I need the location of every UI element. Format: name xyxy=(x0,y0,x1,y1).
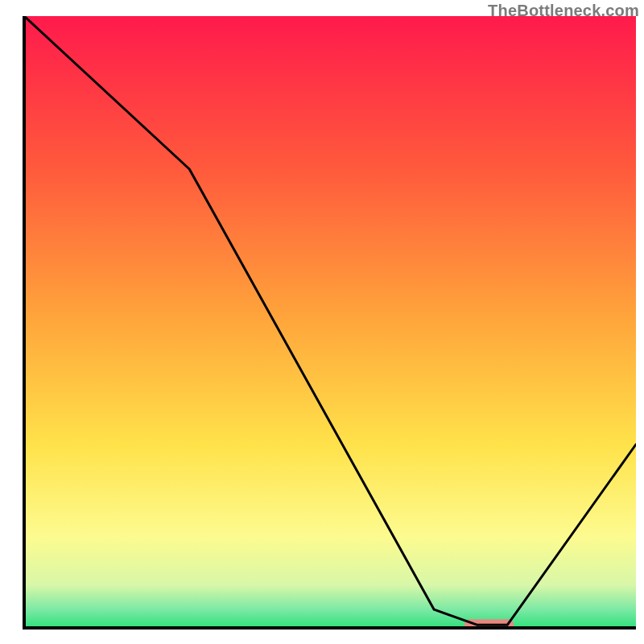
chart-stage: TheBottleneck.com xyxy=(0,0,644,644)
watermark-text: TheBottleneck.com xyxy=(488,2,639,20)
gradient-background xyxy=(24,16,636,628)
chart-svg xyxy=(0,0,644,644)
